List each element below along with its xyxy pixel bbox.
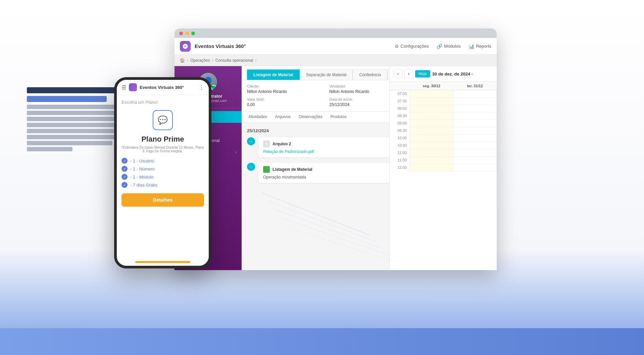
cell-1200-2 [453, 164, 497, 171]
text-line-2 [27, 96, 107, 102]
minimize-dot [185, 32, 189, 35]
maximize-dot [191, 32, 195, 35]
time-1100: 11:00 [390, 149, 410, 157]
mobile-mockup: ☰ Eventos Virtuais 360° ⋮ Escolha um Pla… [114, 77, 211, 268]
time-0830: 08:30 [390, 112, 410, 120]
cell-0930-2 [453, 127, 497, 135]
vendedor-value: Nilton Antonio Ricardo [329, 89, 369, 94]
cal-col-time [390, 82, 410, 90]
file-icon: 📄 [263, 141, 270, 147]
mobile-header: ☰ Eventos Virtuais 360° ⋮ [117, 80, 209, 95]
breadcrumb-item-1[interactable]: Operações [190, 58, 210, 63]
tab-arquivos[interactable]: Arquivos [274, 112, 292, 122]
choose-plan-label: Escolha um Plano! [121, 100, 204, 105]
feature-3: ✓ - 1 - Módulo [121, 174, 204, 180]
mobile-logo [129, 83, 137, 91]
cal-col-2: ter. 31/12 [453, 82, 497, 90]
cell-0930-1 [410, 127, 453, 135]
cal-header: ‹ › Hoje 30 de dez. de 2024 - [390, 66, 497, 82]
status-icon [263, 166, 270, 173]
header-nav: ⚙ Configurações 🔗 Módulos 📊 Reports [395, 44, 492, 49]
cal-prev-btn[interactable]: ‹ [394, 69, 402, 78]
card-title-1: Arquivo 2 [273, 142, 291, 146]
field-cliente: Cliente: Nilton Antonio Ricardo [247, 84, 327, 95]
nav-configuracoes[interactable]: ⚙ Configurações [395, 44, 429, 49]
time-1000: 10:00 [390, 135, 410, 142]
tab-observacoes[interactable]: Observações [297, 112, 324, 122]
chevron-right-icon: › [235, 150, 236, 154]
text-line-10 [27, 147, 72, 151]
nav-modulos[interactable]: 🔗 Módulos [437, 44, 460, 49]
cell-0730-1 [410, 98, 453, 105]
plan-icon-area: 💬 [121, 110, 204, 130]
cell-1030-2 [453, 142, 497, 149]
online-badge [211, 85, 216, 90]
cal-next-btn[interactable]: › [404, 69, 413, 78]
check-icon-2: ✓ [121, 166, 128, 172]
tab-atividades[interactable]: Atividades [247, 112, 268, 122]
cell-1000-1 [410, 135, 453, 142]
app-body: Administrator uzaacomti@gmail.com Operaç… [175, 66, 497, 270]
cal-col-1: seg. 30/12 [410, 82, 453, 90]
cell-0900-2 [453, 120, 497, 127]
cell-1100-2 [453, 149, 497, 157]
plan-features: ✓ - 1 - Usuário ✓ - 1 - Número ✓ - 1 - M… [121, 158, 204, 188]
feature-4: ✓ - 7 dias Grátis [121, 182, 204, 188]
cell-0830-2 [453, 112, 497, 120]
cliente-value: Nilton Antonio Ricardo [247, 89, 287, 94]
calendar-section: ‹ › Hoje 30 de dez. de 2024 - seg. 30/12… [389, 66, 497, 270]
text-line-8 [27, 135, 118, 139]
check-icon-4: ✓ [121, 182, 128, 188]
cal-today-btn[interactable]: Hoje [415, 70, 430, 78]
card-title-2: Listagem de Material [273, 167, 312, 172]
plan-desc: *Estimativa De Gasto Mensal Durante 12 M… [121, 146, 204, 153]
hamburger-icon[interactable]: ☰ [121, 84, 126, 91]
mobile-plan-section: Escolha um Plano! 💬 Plano Prime *Estimat… [117, 95, 209, 211]
time-1130: 11:30 [390, 157, 410, 164]
breadcrumb-item-2[interactable]: Consulta operacional [215, 58, 253, 63]
cell-0800-2 [453, 105, 497, 112]
valor-value: 0,00 [247, 102, 255, 107]
time-0800: 08:00 [390, 105, 410, 112]
stage-tab-listagem[interactable]: Listagem de Material [247, 69, 300, 80]
cell-1100-1 [410, 149, 453, 157]
cell-1030-1 [410, 142, 453, 149]
cell-0830-1 [410, 112, 453, 120]
cal-columns: seg. 30/12 ter. 31/12 07:00 07:30 08:00 … [390, 82, 497, 171]
mobile-home-indicator [135, 261, 190, 263]
desktop-mockup: Eventos Virtuais 360° ⚙ Configurações 🔗 … [175, 29, 497, 270]
app-title: Eventos Virtuais 360° [195, 43, 246, 49]
cell-0700-1 [410, 90, 453, 98]
more-icon[interactable]: ⋮ [199, 84, 204, 91]
gear-icon: ⚙ [395, 44, 399, 49]
link-icon: 🔗 [437, 44, 442, 49]
check-icon-1: ✓ [121, 158, 128, 164]
cell-1130-2 [453, 157, 497, 164]
stage-tab-separacao[interactable]: Separação de Material [300, 69, 353, 80]
cell-1200-1 [410, 164, 453, 171]
mobile-screen: ☰ Eventos Virtuais 360° ⋮ Escolha um Pla… [117, 80, 209, 266]
cell-0900-1 [410, 120, 453, 127]
nav-reports[interactable]: 📊 Reports [468, 44, 491, 49]
cell-0800-1 [410, 105, 453, 112]
plan-name: Plano Prime [121, 135, 204, 144]
cell-0700-2 [453, 90, 497, 98]
window-controls [175, 29, 497, 38]
feature-2: ✓ - 1 - Número [121, 166, 204, 172]
time-1030: 10:30 [390, 142, 410, 149]
time-0700: 07:00 [390, 90, 410, 98]
stage-tab-conferencia[interactable]: Conferência [353, 69, 387, 80]
breadcrumb: 🏠 › Operações › Consulta operacional › [175, 55, 497, 66]
tab-produtos[interactable]: Produtos [329, 112, 348, 122]
valor-label: Valor total: [247, 97, 327, 101]
timeline-dot-2: → [247, 163, 255, 171]
text-line-9 [27, 141, 112, 145]
home-icon: 🏠 [180, 58, 185, 63]
time-1200: 12:00 [390, 164, 410, 171]
close-dot [179, 32, 183, 35]
cell-1000-2 [453, 135, 497, 142]
feature-1: ✓ - 1 - Usuário [121, 158, 204, 164]
blue-bar [0, 328, 644, 355]
timeline-dot-1: → [247, 137, 255, 145]
details-button[interactable]: Detalhes [121, 193, 204, 207]
